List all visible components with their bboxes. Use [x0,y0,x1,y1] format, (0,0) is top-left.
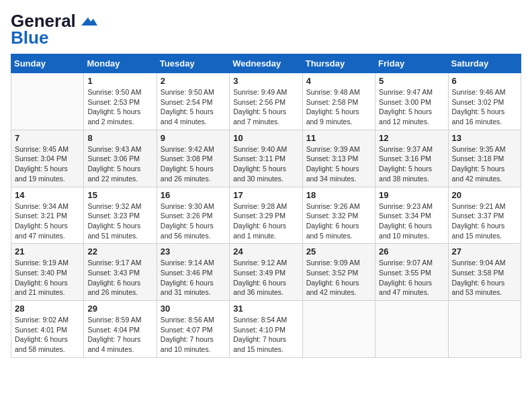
calendar-cell: 29Sunrise: 8:59 AM Sunset: 4:04 PM Dayli… [84,301,157,358]
calendar-header-friday: Friday [375,54,448,73]
logo: General Blue [11,11,97,48]
calendar-cell [302,301,375,358]
day-info: Sunrise: 9:47 AM Sunset: 3:00 PM Dayligh… [379,87,444,127]
calendar-week-row: 7Sunrise: 9:45 AM Sunset: 3:04 PM Daylig… [11,130,521,187]
day-info: Sunrise: 9:23 AM Sunset: 3:34 PM Dayligh… [379,201,444,241]
calendar-header-row: SundayMondayTuesdayWednesdayThursdayFrid… [11,54,521,73]
day-number: 4 [306,76,371,86]
day-number: 10 [233,133,298,143]
day-number: 9 [161,133,226,143]
calendar-cell: 20Sunrise: 9:21 AM Sunset: 3:37 PM Dayli… [448,187,521,244]
day-number: 27 [452,246,517,257]
logo-blue: Blue [11,28,48,48]
day-info: Sunrise: 9:50 AM Sunset: 2:53 PM Dayligh… [87,87,152,127]
calendar-cell: 13Sunrise: 9:35 AM Sunset: 3:18 PM Dayli… [448,130,521,187]
calendar-cell: 25Sunrise: 9:09 AM Sunset: 3:52 PM Dayli… [302,244,375,301]
calendar-cell: 7Sunrise: 9:45 AM Sunset: 3:04 PM Daylig… [11,130,84,187]
day-info: Sunrise: 9:43 AM Sunset: 3:06 PM Dayligh… [87,144,152,184]
calendar-header-saturday: Saturday [448,54,521,73]
calendar-cell: 31Sunrise: 8:54 AM Sunset: 4:10 PM Dayli… [230,301,302,358]
day-number: 13 [452,133,517,143]
page-header: General Blue [11,11,521,48]
day-info: Sunrise: 9:26 AM Sunset: 3:32 PM Dayligh… [306,201,371,241]
day-info: Sunrise: 9:07 AM Sunset: 3:55 PM Dayligh… [379,258,444,298]
calendar-cell: 30Sunrise: 8:56 AM Sunset: 4:07 PM Dayli… [157,301,229,358]
day-number: 25 [306,246,371,257]
day-info: Sunrise: 9:28 AM Sunset: 3:29 PM Dayligh… [233,201,298,241]
calendar-week-row: 21Sunrise: 9:19 AM Sunset: 3:40 PM Dayli… [11,244,521,301]
calendar-cell [375,301,448,358]
day-number: 22 [87,246,152,257]
calendar-cell: 17Sunrise: 9:28 AM Sunset: 3:29 PM Dayli… [230,187,302,244]
day-number: 2 [161,76,226,86]
calendar-cell: 1Sunrise: 9:50 AM Sunset: 2:53 PM Daylig… [84,73,157,130]
day-info: Sunrise: 9:39 AM Sunset: 3:13 PM Dayligh… [306,144,371,184]
day-info: Sunrise: 9:12 AM Sunset: 3:49 PM Dayligh… [233,258,298,298]
day-info: Sunrise: 9:17 AM Sunset: 3:43 PM Dayligh… [87,258,152,298]
day-number: 1 [87,76,152,86]
day-info: Sunrise: 8:56 AM Sunset: 4:07 PM Dayligh… [161,315,226,355]
calendar-cell: 28Sunrise: 9:02 AM Sunset: 4:01 PM Dayli… [11,301,84,358]
calendar-cell: 18Sunrise: 9:26 AM Sunset: 3:32 PM Dayli… [302,187,375,244]
day-number: 16 [161,190,226,200]
day-number: 6 [452,76,517,86]
day-info: Sunrise: 9:50 AM Sunset: 2:54 PM Dayligh… [161,87,226,127]
calendar-cell: 14Sunrise: 9:34 AM Sunset: 3:21 PM Dayli… [11,187,84,244]
day-number: 18 [306,190,371,200]
calendar-cell: 16Sunrise: 9:30 AM Sunset: 3:26 PM Dayli… [157,187,229,244]
calendar-cell: 19Sunrise: 9:23 AM Sunset: 3:34 PM Dayli… [375,187,448,244]
calendar-week-row: 14Sunrise: 9:34 AM Sunset: 3:21 PM Dayli… [11,187,521,244]
day-number: 28 [15,304,80,314]
day-number: 24 [233,246,298,257]
calendar-header-sunday: Sunday [11,54,84,73]
day-number: 5 [379,76,444,86]
calendar-cell: 8Sunrise: 9:43 AM Sunset: 3:06 PM Daylig… [84,130,157,187]
day-info: Sunrise: 9:19 AM Sunset: 3:40 PM Dayligh… [15,258,80,298]
day-info: Sunrise: 9:34 AM Sunset: 3:21 PM Dayligh… [15,201,80,241]
day-number: 14 [15,190,80,200]
day-number: 7 [15,133,80,143]
day-number: 23 [161,246,226,257]
day-info: Sunrise: 9:04 AM Sunset: 3:58 PM Dayligh… [452,258,517,298]
day-info: Sunrise: 9:46 AM Sunset: 3:02 PM Dayligh… [452,87,517,127]
calendar-cell [448,301,521,358]
calendar-cell: 4Sunrise: 9:48 AM Sunset: 2:58 PM Daylig… [302,73,375,130]
day-number: 12 [379,133,444,143]
calendar-cell [11,73,84,130]
day-info: Sunrise: 9:35 AM Sunset: 3:18 PM Dayligh… [452,144,517,184]
day-number: 20 [452,190,517,200]
day-number: 26 [379,246,444,257]
day-info: Sunrise: 8:59 AM Sunset: 4:04 PM Dayligh… [87,315,152,355]
svg-marker-0 [81,17,97,26]
day-number: 17 [233,190,298,200]
calendar-cell: 26Sunrise: 9:07 AM Sunset: 3:55 PM Dayli… [375,244,448,301]
day-info: Sunrise: 9:40 AM Sunset: 3:11 PM Dayligh… [233,144,298,184]
calendar-cell: 22Sunrise: 9:17 AM Sunset: 3:43 PM Dayli… [84,244,157,301]
calendar-cell: 21Sunrise: 9:19 AM Sunset: 3:40 PM Dayli… [11,244,84,301]
day-number: 19 [379,190,444,200]
calendar-cell: 6Sunrise: 9:46 AM Sunset: 3:02 PM Daylig… [448,73,521,130]
calendar-cell: 10Sunrise: 9:40 AM Sunset: 3:11 PM Dayli… [230,130,302,187]
calendar-week-row: 1Sunrise: 9:50 AM Sunset: 2:53 PM Daylig… [11,73,521,130]
day-number: 11 [306,133,371,143]
day-number: 29 [87,304,152,314]
calendar-header-wednesday: Wednesday [230,54,302,73]
calendar-cell: 9Sunrise: 9:42 AM Sunset: 3:08 PM Daylig… [157,130,229,187]
calendar-cell: 11Sunrise: 9:39 AM Sunset: 3:13 PM Dayli… [302,130,375,187]
day-number: 31 [233,304,298,314]
calendar-header-tuesday: Tuesday [157,54,229,73]
calendar-cell: 27Sunrise: 9:04 AM Sunset: 3:58 PM Dayli… [448,244,521,301]
calendar-cell: 12Sunrise: 9:37 AM Sunset: 3:16 PM Dayli… [375,130,448,187]
day-info: Sunrise: 8:54 AM Sunset: 4:10 PM Dayligh… [233,315,298,355]
day-number: 8 [87,133,152,143]
calendar-cell: 2Sunrise: 9:50 AM Sunset: 2:54 PM Daylig… [157,73,229,130]
calendar-cell: 3Sunrise: 9:49 AM Sunset: 2:56 PM Daylig… [230,73,302,130]
calendar-week-row: 28Sunrise: 9:02 AM Sunset: 4:01 PM Dayli… [11,301,521,358]
day-info: Sunrise: 9:21 AM Sunset: 3:37 PM Dayligh… [452,201,517,241]
day-number: 15 [87,190,152,200]
calendar-cell: 15Sunrise: 9:32 AM Sunset: 3:23 PM Dayli… [84,187,157,244]
day-info: Sunrise: 9:45 AM Sunset: 3:04 PM Dayligh… [15,144,80,184]
day-info: Sunrise: 9:02 AM Sunset: 4:01 PM Dayligh… [15,315,80,355]
calendar-cell: 5Sunrise: 9:47 AM Sunset: 3:00 PM Daylig… [375,73,448,130]
day-info: Sunrise: 9:48 AM Sunset: 2:58 PM Dayligh… [306,87,371,127]
